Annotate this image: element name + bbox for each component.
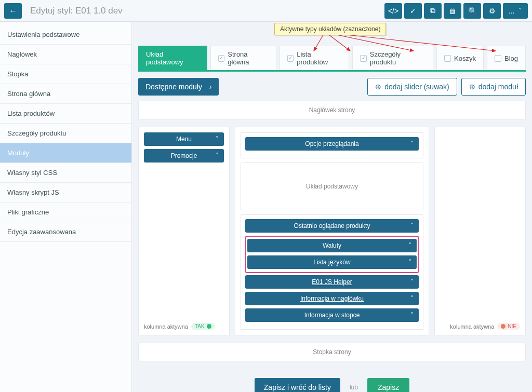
module-item-browsing-options[interactable]: Opcje przeglądania˅ [245, 137, 419, 151]
trash-icon[interactable]: 🗑 [444, 3, 461, 19]
check-icon[interactable]: ✓ [404, 3, 422, 19]
right-column-footer: kolumna aktywna NIE [440, 318, 520, 330]
top-actions: </> ✓ ⧉ 🗑 🔍 ⚙ ... ˅ [384, 3, 528, 19]
chevron-down-icon: ˅ [410, 295, 414, 302]
footer-section: Stopka strony [138, 343, 526, 361]
more-icon[interactable]: ... ˅ [503, 3, 528, 19]
page-title: Edytuj styl: E01 1.0 dev [26, 6, 123, 16]
copy-icon[interactable]: ⧉ [424, 3, 442, 19]
sidebar-item-product-details[interactable]: Szczegóły produktu [0, 124, 131, 143]
module-item-currencies[interactable]: Waluty˅ [247, 239, 417, 252]
chevron-down-icon: ˅ [408, 259, 411, 266]
header-section-label: Nagłówek strony [139, 106, 525, 114]
layout-columns: Menu˅ Promocje˅ kolumna aktywna TAK Opcj… [138, 127, 526, 335]
chevron-down-icon: ˅ [410, 140, 414, 147]
top-bar: ← Edytuj styl: E01 1.0 dev </> ✓ ⧉ 🗑 🔍 ⚙… [0, 0, 532, 22]
sidebar-item-footer[interactable]: Stopka [0, 64, 131, 84]
sidebar-item-modules[interactable]: Moduły [0, 143, 131, 163]
sidebar-item-basic-settings[interactable]: Ustawienia podstawowe [0, 25, 131, 45]
module-item-menu[interactable]: Menu˅ [144, 132, 224, 146]
module-item-js-helper[interactable]: E01 JS Helper˅ [245, 275, 419, 289]
or-label: lub [350, 384, 358, 391]
tab-basic-layout[interactable]: Układ podstawowy [138, 46, 207, 70]
left-column-footer: kolumna aktywna TAK [144, 318, 224, 330]
checkbox-icon[interactable]: ✓ [444, 55, 451, 62]
action-row: Dostępne moduły › ⊕ dodaj slider (suwak)… [138, 78, 526, 96]
checkbox-icon[interactable]: ✓ [287, 55, 294, 62]
gear-icon[interactable]: ⚙ [483, 3, 501, 19]
highlighted-group: Waluty˅ Lista języków˅ [245, 236, 419, 273]
header-section: Nagłówek strony [138, 101, 526, 119]
tooltip-active-layouts: Aktywne typy układów (zaznaczone) [274, 23, 386, 35]
sidebar-item-home[interactable]: Strona główna [0, 84, 131, 104]
sidebar-item-header[interactable]: Nagłówek [0, 45, 131, 64]
footer-buttons: Zapisz i wróć do listy lub Zapisz [138, 369, 526, 392]
module-item-footer-info[interactable]: Informacja w stopce˅ [245, 308, 419, 322]
tab-product-list[interactable]: ✓Lista produktów [280, 46, 349, 70]
sidebar-item-advanced-edit[interactable]: Edycja zaawansowana [0, 222, 131, 242]
chevron-down-icon: ˅ [410, 278, 414, 286]
tab-cart[interactable]: ✓Koszyk [436, 46, 484, 70]
chevron-down-icon: ˅ [410, 222, 414, 229]
sidebar-item-product-list[interactable]: Lista produktów [0, 104, 131, 124]
chevron-down-icon: ˅ [408, 242, 411, 249]
chevron-down-icon: ˅ [216, 152, 219, 159]
module-item-header-info[interactable]: Informacja w nagłówku˅ [245, 292, 419, 305]
save-and-back-button[interactable]: Zapisz i wróć do listy [255, 378, 340, 392]
active-badge-yes: TAK [191, 323, 215, 330]
module-item-promotions[interactable]: Promocje˅ [144, 149, 224, 163]
footer-section-label: Stopka strony [139, 348, 525, 356]
sidebar-item-custom-css[interactable]: Własny styl CSS [0, 163, 131, 183]
tab-product-details[interactable]: ✓Szczegóły produktu [352, 46, 433, 70]
module-item-recent-products[interactable]: Ostatnio oglądane produkty˅ [245, 219, 419, 233]
sidebar-item-graphics[interactable]: Pliki graficzne [0, 202, 131, 222]
save-button[interactable]: Zapisz [367, 378, 409, 392]
main-content: Aktywne typy układów (zaznaczone) Układ … [132, 22, 532, 392]
module-item-languages[interactable]: Lista języków˅ [247, 255, 417, 269]
right-column: kolumna aktywna NIE [434, 127, 526, 335]
tab-blog[interactable]: ✓Blog [487, 46, 526, 70]
back-button[interactable]: ← [4, 3, 22, 19]
sidebar: Ustawienia podstawowe Nagłówek Stopka St… [0, 22, 132, 392]
chevron-down-icon: ˅ [216, 136, 219, 143]
checkbox-icon[interactable]: ✓ [495, 55, 501, 62]
add-slider-button[interactable]: ⊕ dodaj slider (suwak) [367, 78, 457, 96]
layout-tabs: Układ podstawowy ✓Strona główna ✓Lista p… [138, 46, 526, 72]
checkbox-icon[interactable]: ✓ [218, 55, 224, 62]
chevron-down-icon: ˅ [410, 312, 414, 319]
add-module-button[interactable]: ⊕ dodaj moduł [461, 78, 526, 96]
middle-column: Opcje przeglądania˅ Układ podstawowy Ost… [235, 127, 429, 335]
available-modules-button[interactable]: Dostępne moduły › [138, 78, 219, 96]
basic-layout-placeholder: Układ podstawowy [241, 163, 423, 210]
active-badge-no: NIE [497, 323, 520, 330]
search-icon[interactable]: 🔍 [463, 3, 481, 19]
code-icon[interactable]: </> [384, 3, 402, 19]
tab-home[interactable]: ✓Strona główna [210, 46, 276, 70]
left-column: Menu˅ Promocje˅ kolumna aktywna TAK [138, 127, 230, 335]
sidebar-item-custom-js[interactable]: Własny skrypt JS [0, 183, 131, 202]
checkbox-icon[interactable]: ✓ [360, 55, 366, 62]
